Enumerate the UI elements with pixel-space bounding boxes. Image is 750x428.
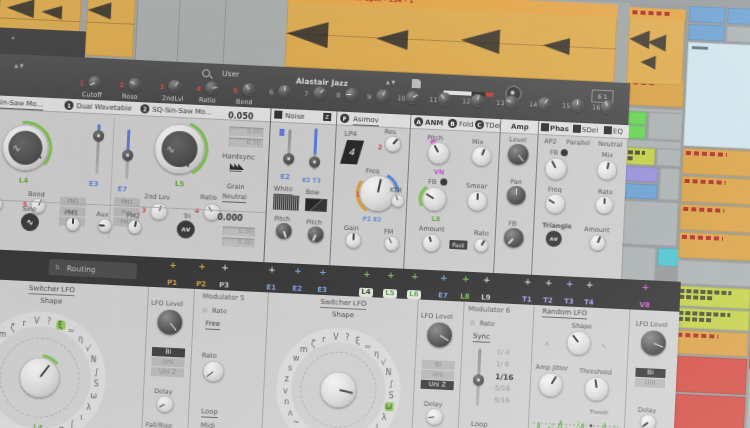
ring-glyph[interactable]: ≈: [67, 326, 76, 335]
panel-title[interactable]: Modulator 5: [202, 292, 244, 302]
filter-icon[interactable]: 4: [340, 140, 364, 164]
phas-amount-knob[interactable]: [589, 234, 606, 251]
drag-cross-icon[interactable]: +: [578, 280, 600, 290]
rate-option[interactable]: 1/ 4: [496, 347, 510, 359]
ring-glyph[interactable]: n: [282, 397, 291, 406]
macro-knob[interactable]: [471, 94, 485, 108]
clip-cell[interactable]: [659, 168, 680, 201]
polarity-bi[interactable]: Bi: [635, 368, 665, 378]
slider-handle[interactable]: [473, 374, 485, 386]
macro-knob[interactable]: [601, 100, 615, 114]
tab-phas[interactable]: Phas: [550, 124, 569, 133]
neutral-label[interactable]: Neutral: [222, 192, 246, 203]
polarity-uniz[interactable]: Uni Z: [421, 380, 454, 391]
ring-glyph[interactable]: z: [282, 374, 291, 383]
tri-wave-icon[interactable]: ʌv: [176, 220, 195, 239]
wavetable-icon[interactable]: ◣◣◣: [230, 162, 243, 172]
parallel-label[interactable]: Parallel: [566, 138, 590, 147]
value-box[interactable]: 0.00: [229, 137, 263, 148]
macro-knob[interactable]: [278, 85, 292, 99]
noise-thumbnail[interactable]: [273, 195, 300, 211]
macro-knob[interactable]: [406, 91, 420, 105]
osc2-wavetable-knob[interactable]: ∿: [153, 123, 205, 175]
tab1-label[interactable]: Dual Wavetable: [76, 102, 132, 113]
fm-knob[interactable]: [384, 236, 400, 252]
device-title[interactable]: SQ-Sin-Saw Mo...: [0, 98, 43, 111]
ring-glyph[interactable]: s: [286, 363, 295, 372]
mod-source-T1[interactable]: +T1: [516, 277, 539, 306]
osc1-wavetable-knob[interactable]: ∿: [1, 124, 49, 172]
panel-title-text[interactable]: Switcher LFO: [29, 284, 75, 296]
panel-title[interactable]: Modulator 6: [468, 305, 510, 315]
macro-knob[interactable]: [168, 79, 182, 93]
panel-title[interactable]: Random LFO: [542, 307, 587, 319]
shape-select-knob[interactable]: [320, 371, 358, 409]
noise-slider-1[interactable]: [287, 129, 292, 167]
ring-glyph[interactable]: ʌ: [286, 407, 295, 416]
slider-handle[interactable]: [309, 156, 321, 168]
pitch2-knob[interactable]: [307, 226, 324, 243]
pitch1-knob[interactable]: [275, 223, 292, 240]
drag-cross-icon[interactable]: +: [537, 278, 559, 288]
rate-option[interactable]: 9/16: [494, 395, 510, 407]
phas-fb-knob[interactable]: [545, 157, 568, 180]
macro-knob[interactable]: [242, 83, 256, 97]
ring-glyph[interactable]: ω: [89, 391, 98, 400]
tab-sdel[interactable]: SDel: [582, 126, 598, 135]
ring-glyph[interactable]: ω: [384, 402, 393, 411]
anm-fb-knob[interactable]: [422, 187, 447, 212]
slider-handle[interactable]: [93, 130, 105, 142]
ap2-label[interactable]: AP2: [544, 137, 557, 146]
osc1-mod-tag[interactable]: L4: [19, 177, 29, 185]
ring-glyph[interactable]: ?: [44, 317, 53, 326]
rate-option-selected[interactable]: 1/16: [495, 371, 514, 383]
clip-cell[interactable]: [677, 260, 750, 287]
mod-source-E2[interactable]: +E2: [286, 266, 309, 295]
ring-glyph[interactable]: r: [19, 318, 28, 327]
z-badge[interactable]: Z: [323, 113, 331, 121]
mod-source-L5[interactable]: +L5: [379, 271, 402, 300]
drag-cross-icon[interactable]: +: [476, 275, 498, 285]
e3-tag[interactable]: E3: [89, 180, 99, 188]
sync-rate-slider[interactable]: [476, 348, 482, 406]
rnd-shape-knob[interactable]: [566, 331, 591, 356]
polarity-uniz[interactable]: Uni Z: [151, 367, 184, 378]
filter-type-label[interactable]: LP4: [344, 130, 357, 139]
osc2-mod-tag[interactable]: L5: [175, 180, 185, 188]
ring-glyph[interactable]: ζ: [8, 323, 17, 332]
e7-tag[interactable]: E7: [117, 185, 127, 193]
lfo-level-knob[interactable]: [640, 330, 666, 356]
a-badge[interactable]: A: [414, 117, 423, 126]
res-knob[interactable]: [385, 136, 402, 153]
sample2-label[interactable]: Bow: [305, 188, 319, 197]
clip-cell[interactable]: [656, 149, 681, 167]
ring-glyph[interactable]: w: [291, 353, 300, 362]
mod-source-L6[interactable]: +L6: [403, 272, 426, 301]
polarity-uni[interactable]: Uni: [421, 370, 454, 381]
ring-glyph[interactable]: ?: [342, 333, 351, 342]
drag-cross-icon[interactable]: +: [455, 274, 477, 284]
mod-tag[interactable]: P2 E2: [362, 215, 381, 224]
mod-source-T4[interactable]: +T4: [578, 280, 601, 309]
c-badge[interactable]: C: [475, 120, 484, 129]
drag-cross-icon[interactable]: +: [380, 271, 402, 281]
ring-glyph[interactable]: ∫: [386, 379, 395, 388]
rate-knob[interactable]: [474, 238, 489, 253]
value2[interactable]: 0.000: [217, 214, 243, 223]
slider-handle[interactable]: [122, 149, 134, 161]
tab1-badge[interactable]: 1: [64, 101, 73, 110]
ring-glyph[interactable]: η: [76, 334, 85, 343]
tab-anm[interactable]: ANM: [425, 119, 444, 128]
macro-knob[interactable]: [345, 88, 359, 102]
pm2-knob[interactable]: [128, 220, 143, 235]
mod-tag[interactable]: VN: [434, 168, 445, 176]
clip-cell[interactable]: [676, 286, 750, 309]
delay-knob[interactable]: [156, 395, 174, 413]
ring-glyph[interactable]: ξ: [56, 320, 65, 329]
ring-glyph[interactable]: ι: [372, 421, 381, 428]
threshold-knob[interactable]: [584, 376, 609, 401]
mod-source-V8[interactable]: +V8: [633, 283, 656, 312]
ring-glyph[interactable]: S: [92, 379, 101, 388]
ring-glyph[interactable]: V: [32, 316, 41, 325]
amp-jitter-knob[interactable]: [538, 372, 563, 397]
